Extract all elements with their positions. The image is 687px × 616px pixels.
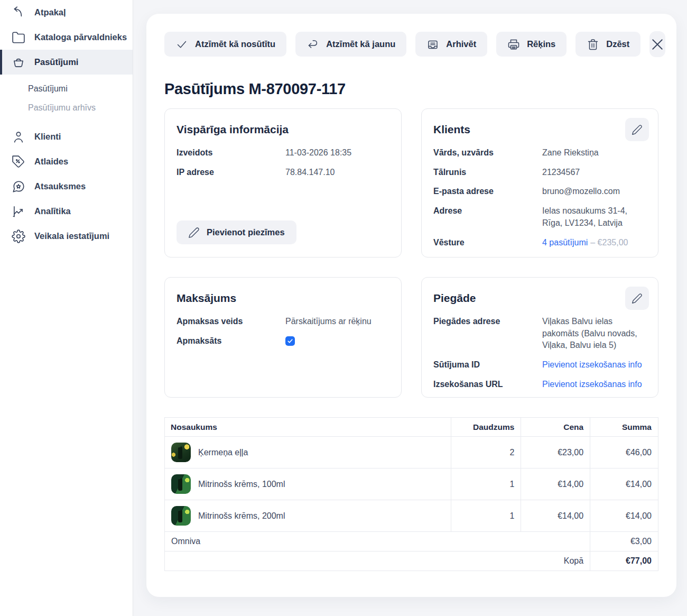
- product-name: Mitrinošs krēms, 200ml: [198, 511, 285, 521]
- sidebar-subitem-orders-archive[interactable]: Pasūtījumu arhīvs: [0, 98, 133, 117]
- ip-value: 78.84.147.10: [285, 167, 335, 179]
- add-tracking-link[interactable]: Pievienot izsekošanas info: [542, 360, 642, 369]
- customer-phone-field: Tālrunis 21234567: [433, 167, 646, 179]
- delete-button[interactable]: Dzēst: [575, 32, 640, 57]
- product-price: €14,00: [521, 468, 590, 500]
- general-info-title: Vispārīga informācija: [177, 123, 389, 136]
- close-button[interactable]: [649, 31, 665, 57]
- created-field: Izveidots 11-03-2026 18:35: [177, 147, 389, 159]
- printer-icon: [507, 38, 520, 51]
- total-label: Kopā: [165, 551, 590, 571]
- table-header-row: Nosaukums Daudzums Cena Summa: [165, 418, 658, 437]
- ip-field: IP adrese 78.84.147.10: [177, 167, 389, 179]
- ip-label: IP adrese: [177, 167, 285, 179]
- col-header-total: Summa: [590, 418, 658, 437]
- edit-delivery-button[interactable]: [625, 287, 649, 310]
- delivery-card: Piegāde Piegādes adrese Viļakas Balvu ie…: [421, 277, 658, 398]
- product-name: Ķermeņa eļļa: [198, 448, 248, 457]
- product-price: €23,00: [521, 437, 590, 468]
- add-notes-button[interactable]: Pievienot piezīmes: [177, 220, 296, 244]
- review-star-bubble-icon: [11, 179, 25, 194]
- sidebar-item-analytics[interactable]: Analītika: [0, 199, 133, 224]
- info-cards-grid: Vispārīga informācija Izveidots 11-03-20…: [164, 108, 658, 398]
- table-row: Ķermeņa eļļa 2 €23,00 €46,00: [165, 437, 658, 468]
- edit-customer-button[interactable]: [625, 118, 649, 141]
- shipment-id-field: Sūtījuma ID Pievienot izsekošanas info: [433, 359, 646, 371]
- sidebar: Atpakaļ Kataloga pārvaldnieks Pasūtījumi…: [0, 0, 133, 616]
- sidebar-item-label: Pasūtījumi: [34, 57, 78, 67]
- sidebar-item-label: Atlaides: [34, 157, 68, 167]
- sidebar-item-label: Atsauksmes: [34, 181, 86, 191]
- add-tracking-link[interactable]: Pievienot izsekošanas info: [542, 380, 642, 389]
- sidebar-item-label: Klienti: [34, 132, 61, 142]
- customer-email-value: bruno@mozello.com: [542, 186, 620, 198]
- archive-button[interactable]: Arhivēt: [415, 32, 487, 57]
- sidebar-item-clients[interactable]: Klienti: [0, 124, 133, 149]
- customer-card: Klients Vārds, uzvārds Zane Riekstiņa Tā…: [421, 108, 658, 258]
- paid-checkbox[interactable]: [285, 336, 295, 346]
- main-area: Atzīmēt kā nosūtītu Atzīmēt kā jaunu Arh…: [133, 0, 687, 616]
- basket-icon: [11, 55, 25, 69]
- product-image: [171, 443, 191, 462]
- customer-email-field: E-pasta adrese bruno@mozello.com: [433, 186, 646, 198]
- sidebar-item-orders[interactable]: Pasūtījumi: [0, 50, 133, 75]
- person-icon: [11, 130, 25, 144]
- paid-field: Apmaksāts: [177, 335, 389, 347]
- history-total-amount: – €235,00: [590, 238, 628, 247]
- order-items-table: Nosaukums Daudzums Cena Summa Ķermeņa eļ…: [164, 417, 658, 571]
- customer-address-value: Ielas nosaukums 31-4, Rīga, LV1234, Latv…: [542, 205, 646, 229]
- tracking-url-field: Izsekošanas URL Pievienot izsekošanas in…: [433, 379, 646, 391]
- customer-history-field: Vēsture 4 pasūtījumi– €235,00: [433, 237, 646, 249]
- delivery-address-field: Piegādes adrese Viļakas Balvu ielas pako…: [433, 316, 646, 352]
- gear-icon: [11, 229, 25, 243]
- total-row: Kopā €77,00: [165, 551, 658, 571]
- sidebar-item-label: Kataloga pārvaldnieks: [34, 32, 127, 42]
- product-price: €14,00: [521, 500, 590, 532]
- payment-card: Maksājums Apmaksas veids Pārskaitījums a…: [164, 277, 402, 398]
- delivery-address-value: Viļakas Balvu ielas pakomāts (Balvu nova…: [542, 316, 646, 352]
- shipping-row: Omniva €3,00: [165, 532, 658, 551]
- payment-method-value: Pārskaitījums ar rēķinu: [285, 316, 372, 328]
- payment-method-field: Apmaksas veids Pārskaitījums ar rēķinu: [177, 316, 389, 328]
- product-qty: 1: [451, 468, 521, 500]
- pencil-icon: [188, 227, 200, 238]
- product-name: Mitrinošs krēms, 100ml: [198, 480, 285, 489]
- analytics-chart-icon: [11, 204, 25, 218]
- customer-phone-value: 21234567: [542, 167, 580, 179]
- archive-box-icon: [426, 38, 439, 51]
- page-title: Pasūtījums M-870097-117: [164, 80, 658, 98]
- product-qty: 2: [451, 437, 521, 468]
- folder-icon: [11, 30, 25, 44]
- sidebar-item-settings[interactable]: Veikala iestatījumi: [0, 224, 133, 249]
- orders-sub-menu: Pasūtījumi Pasūtījumu arhīvs: [0, 75, 133, 124]
- back-arrow-icon: [11, 5, 25, 20]
- undo-arrow-icon: [307, 38, 319, 51]
- order-detail-card: Atzīmēt kā nosūtītu Atzīmēt kā jaunu Arh…: [146, 14, 676, 597]
- total-amount: €77,00: [590, 551, 658, 571]
- app-root: Atpakaļ Kataloga pārvaldnieks Pasūtījumi…: [0, 0, 687, 616]
- product-image: [171, 506, 191, 526]
- table-row: Mitrinošs krēms, 100ml 1 €14,00 €14,00: [165, 468, 658, 500]
- sidebar-item-discounts[interactable]: Atlaides: [0, 149, 133, 174]
- table-row: Mitrinošs krēms, 200ml 1 €14,00 €14,00: [165, 500, 658, 532]
- sidebar-item-reviews[interactable]: Atsauksmes: [0, 174, 133, 199]
- sidebar-item-back[interactable]: Atpakaļ: [0, 0, 133, 25]
- product-total: €46,00: [590, 437, 658, 468]
- mark-new-button[interactable]: Atzīmēt kā jaunu: [295, 32, 406, 57]
- general-info-card: Vispārīga informācija Izveidots 11-03-20…: [164, 108, 402, 258]
- mark-shipped-button[interactable]: Atzīmēt kā nosūtītu: [164, 32, 286, 57]
- sidebar-item-label: Analītika: [34, 206, 71, 216]
- close-icon: [649, 36, 665, 52]
- order-toolbar: Atzīmēt kā nosūtītu Atzīmēt kā jaunu Arh…: [164, 31, 658, 57]
- customer-title: Klients: [433, 123, 646, 136]
- product-qty: 1: [451, 500, 521, 532]
- sidebar-subitem-orders[interactable]: Pasūtījumi: [0, 79, 133, 98]
- created-label: Izveidots: [177, 147, 285, 159]
- order-history-link[interactable]: 4 pasūtījumi: [542, 238, 588, 247]
- customer-name-value: Zane Riekstiņa: [542, 147, 599, 159]
- sidebar-item-catalog[interactable]: Kataloga pārvaldnieks: [0, 25, 133, 50]
- payment-title: Maksājums: [177, 292, 389, 305]
- check-icon: [175, 38, 188, 51]
- invoice-button[interactable]: Rēķins: [496, 32, 567, 57]
- product-total: €14,00: [590, 500, 658, 532]
